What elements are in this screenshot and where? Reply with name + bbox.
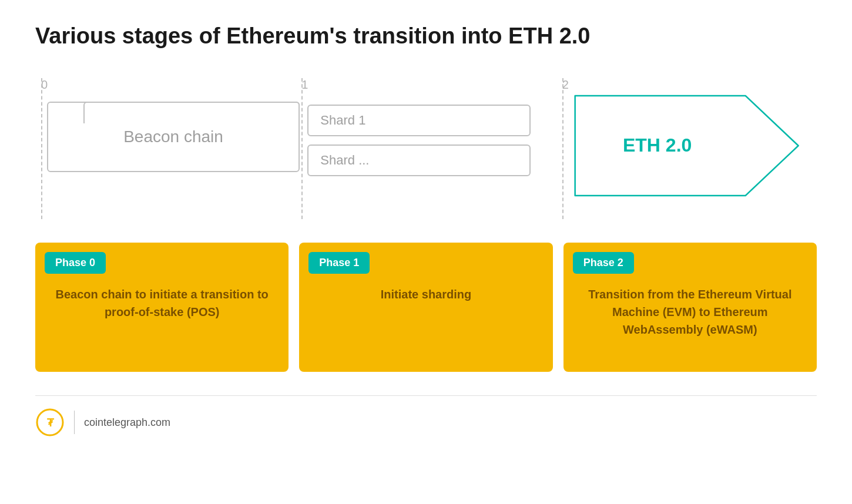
phase-2-content: Transition from the Ethereum Virtual Mac… xyxy=(563,274,817,338)
eth2-arrow-container: ETH 2.0 xyxy=(562,90,811,201)
phase-1-divider xyxy=(301,78,303,219)
phase-1-card: Phase 1 Initiate sharding xyxy=(299,243,552,372)
cards-row: Phase 0 Beacon chain to initiate a trans… xyxy=(35,243,817,372)
diagram-area: 0 Beacon chain 1 Shard 1 Shard ... 2 xyxy=(35,78,817,219)
beacon-chain-box: Beacon chain xyxy=(47,102,300,172)
footer: ₮ cointelegraph.com xyxy=(35,395,817,437)
eth2-arrow-svg: ETH 2.0 xyxy=(562,90,811,201)
phase-1-badge: Phase 1 xyxy=(308,252,370,274)
shards-container: Shard 1 Shard ... xyxy=(307,105,531,176)
phase-0-col: 0 Beacon chain xyxy=(35,78,296,219)
phase-2-badge: Phase 2 xyxy=(573,252,634,274)
shard-more-box: Shard ... xyxy=(307,145,531,176)
phase-1-col: 1 Shard 1 Shard ... xyxy=(296,78,556,219)
phase-2-col: 2 ETH 2.0 xyxy=(556,78,817,219)
svg-text:₮: ₮ xyxy=(47,417,55,429)
footer-divider xyxy=(74,411,75,434)
footer-url: cointelegraph.com xyxy=(84,416,170,429)
phase-0-content: Beacon chain to initiate a transition to… xyxy=(35,274,289,321)
shard-1-box: Shard 1 xyxy=(307,105,531,136)
page-title: Various stages of Ethereum's transition … xyxy=(35,23,817,49)
cointelegraph-logo: ₮ xyxy=(35,408,65,437)
phase-1-content: Initiate sharding xyxy=(299,274,552,303)
phase-0-card: Phase 0 Beacon chain to initiate a trans… xyxy=(35,243,289,372)
svg-text:ETH 2.0: ETH 2.0 xyxy=(623,135,692,156)
phase-dividers: 0 Beacon chain 1 Shard 1 Shard ... 2 xyxy=(35,78,817,219)
phase-0-badge: Phase 0 xyxy=(45,252,106,274)
beacon-chain-label: Beacon chain xyxy=(123,127,223,146)
phase-0-divider xyxy=(41,78,42,219)
phase-2-card: Phase 2 Transition from the Ethereum Vir… xyxy=(563,243,817,372)
